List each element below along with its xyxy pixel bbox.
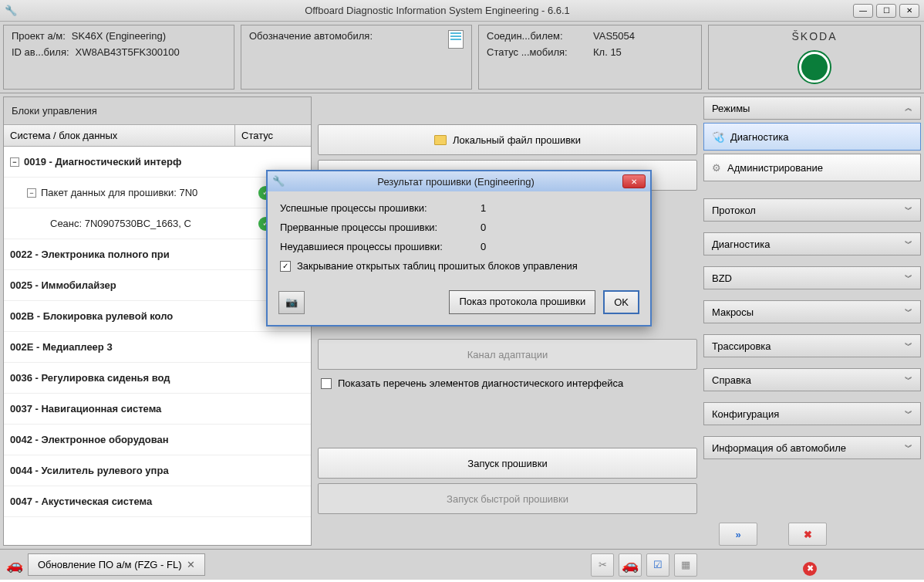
section-header[interactable]: Диагностика︾ <box>703 232 921 255</box>
tree-row[interactable]: 0022 - Электроника полного при <box>4 239 311 270</box>
failed-label: Неудавшиеся процессы прошивки: <box>280 241 481 252</box>
success-value: 1 <box>481 202 486 214</box>
mode-diagnostics-label: Диагностика <box>730 131 788 143</box>
modes-header[interactable]: Режимы ︽ <box>703 96 921 120</box>
mode-diagnostics[interactable]: 🩺 Диагностика <box>703 123 921 151</box>
tree-row[interactable]: 0037 - Навигационная система <box>4 394 311 425</box>
col-system[interactable]: Система / блок данных <box>4 125 235 146</box>
control-units-tree[interactable]: −0019 - Диагностический интерф−Пакет дан… <box>4 147 311 545</box>
quick-flashing-button[interactable]: Запуск быстрой прошивки <box>318 483 697 514</box>
chevron-down-icon: ︾ <box>905 272 912 283</box>
brand-name: ŠKODA <box>791 30 837 42</box>
section-header[interactable]: Протокол︾ <box>703 198 921 222</box>
tree-row-label: 0022 - Электроника полного при <box>10 249 170 260</box>
tree-row-label: 0042 - Электронное оборудован <box>10 434 169 445</box>
local-file-button[interactable]: Локальный файл прошивки <box>318 124 697 155</box>
tree-row[interactable]: 0047 - Акустическая система <box>4 486 311 517</box>
section-header[interactable]: Макросы︾ <box>703 300 921 323</box>
expand-icon[interactable]: − <box>27 188 36 198</box>
tree-row-label: 0037 - Навигационная система <box>10 403 161 415</box>
tree-row[interactable]: 002B - Блокировка рулевой коло <box>4 301 311 332</box>
tree-row[interactable]: 0036 - Регулировка сиденья вод <box>4 363 311 394</box>
bottom-bar: 🚗 Обновление ПО а/м (FZG - FL) ✕ ✂ 🚗 ☑ ▦… <box>0 549 924 580</box>
section-header[interactable]: BZD︾ <box>703 266 921 289</box>
tool-cut-button[interactable]: ✂ <box>591 553 614 577</box>
notepad-icon[interactable] <box>448 30 464 49</box>
window-titlebar: 🔧 Offboard Diagnostic Information System… <box>0 0 924 22</box>
tree-row[interactable]: 0044 - Усилитель рулевого упра <box>4 455 311 486</box>
start-flashing-button[interactable]: Запуск прошивки <box>318 448 697 479</box>
dialog-close-button[interactable]: ✕ <box>622 174 646 188</box>
failed-value: 0 <box>481 241 486 252</box>
vehicle-id-label: ID ав...биля: <box>12 46 69 58</box>
error-indicator-icon[interactable]: ✖ <box>803 562 817 576</box>
camera-icon: 📷 <box>285 296 298 308</box>
chevron-up-icon: ︽ <box>905 103 912 113</box>
show-elements-checkbox[interactable] <box>321 378 332 389</box>
chevron-down-icon: ︾ <box>905 239 912 249</box>
close-tables-checkbox[interactable]: ✓ <box>280 261 291 272</box>
section-label: Справка <box>712 374 751 386</box>
expand-icon[interactable]: − <box>10 157 19 167</box>
chevron-down-icon: ︾ <box>905 340 912 351</box>
connection-label: Соедин...билем: <box>487 30 587 42</box>
dialog-icon: 🔧 <box>272 175 285 188</box>
tree-row[interactable]: Сеанс: 7N0907530BC_1663, С✓ <box>4 208 311 239</box>
minimize-button[interactable]: — <box>853 4 873 18</box>
vehicle-status-label: Статус ...мобиля: <box>487 46 587 58</box>
tree-row[interactable]: 0042 - Электронное оборудован <box>4 425 311 455</box>
section-header[interactable]: Трассировка︾ <box>703 334 921 357</box>
window-controls: — ☐ ✕ <box>853 4 919 18</box>
col-status[interactable]: Статус <box>235 125 311 146</box>
tool-grid-button[interactable]: ▦ <box>674 553 697 577</box>
forward-button[interactable]: » <box>719 523 757 546</box>
designation-box: Обозначение автомобиля: <box>241 25 472 90</box>
tree-row[interactable]: 002E - Медиаплеер 3 <box>4 332 311 363</box>
tree-row-label: 002E - Медиаплеер 3 <box>10 341 113 353</box>
show-elements-row[interactable]: Показать перечень элементов диагностичес… <box>318 374 697 392</box>
section-header[interactable]: Конфигурация︾ <box>703 402 921 425</box>
forward-icon: » <box>735 529 740 540</box>
skoda-logo-icon <box>798 50 831 84</box>
gear-icon: ⚙ <box>712 162 721 174</box>
show-protocol-button[interactable]: Показ протокола прошивки <box>449 290 595 314</box>
screenshot-button[interactable]: 📷 <box>278 291 305 314</box>
close-tab-icon[interactable]: ✕ <box>187 559 195 570</box>
tree-row[interactable]: −0019 - Диагностический интерф <box>4 147 311 178</box>
tree-row-label: Сеанс: 7N0907530BC_1663, С <box>50 218 191 229</box>
section-label: Конфигурация <box>712 408 779 420</box>
ok-label: OK <box>614 296 629 308</box>
aborted-value: 0 <box>481 222 486 233</box>
maximize-button[interactable]: ☐ <box>876 4 896 18</box>
tree-row[interactable]: −Пакет данных для прошивки: 7N0✓ <box>4 178 311 208</box>
chevron-down-icon: ︾ <box>905 408 912 419</box>
dialog-titlebar: 🔧 Результат прошивки (Engineering) ✕ <box>268 171 650 191</box>
ok-button[interactable]: OK <box>603 290 639 314</box>
tool-car-button[interactable]: 🚗 <box>619 553 642 577</box>
section-header[interactable]: Информация об автомобиле︾ <box>703 436 921 459</box>
tree-row-label: Пакет данных для прошивки: 7N0 <box>41 187 197 198</box>
chevron-down-icon: ︾ <box>905 442 912 453</box>
close-tables-row[interactable]: ✓ Закрывание открытых таблиц прошитых бл… <box>280 260 638 272</box>
dialog-title: Результат прошивки (Engineering) <box>289 176 622 188</box>
cancel-button[interactable]: ✖ <box>788 523 827 546</box>
tree-row-label: 0047 - Акустическая система <box>10 496 152 507</box>
window-title: Offboard Diagnostic Information System E… <box>22 5 853 16</box>
car-icon[interactable]: 🚗 <box>6 557 23 574</box>
mode-administration[interactable]: ⚙ Администрирование <box>703 154 921 181</box>
quick-flashing-label: Запуск быстрой прошивки <box>447 493 568 505</box>
stethoscope-icon: 🩺 <box>712 131 724 143</box>
local-file-label: Локальный файл прошивки <box>453 134 581 146</box>
success-label: Успешные процессы прошивки: <box>280 202 481 214</box>
close-button[interactable]: ✕ <box>899 4 919 18</box>
aborted-label: Прерванные процессы прошивки: <box>280 222 481 233</box>
adaptation-channel-button[interactable]: Канал адаптации <box>318 339 697 370</box>
show-protocol-label: Показ протокола прошивки <box>459 296 585 307</box>
check-icon: ☑ <box>653 559 663 570</box>
bottom-tab[interactable]: Обновление ПО а/м (FZG - FL) ✕ <box>28 553 205 576</box>
tool-check-button[interactable]: ☑ <box>646 553 669 577</box>
section-header[interactable]: Справка︾ <box>703 368 921 391</box>
close-tables-label: Закрывание открытых таблиц прошитых блок… <box>297 260 578 272</box>
tree-row[interactable]: 0025 - Иммобилайзер <box>4 270 311 301</box>
designation-label: Обозначение автомобиля: <box>249 30 373 42</box>
